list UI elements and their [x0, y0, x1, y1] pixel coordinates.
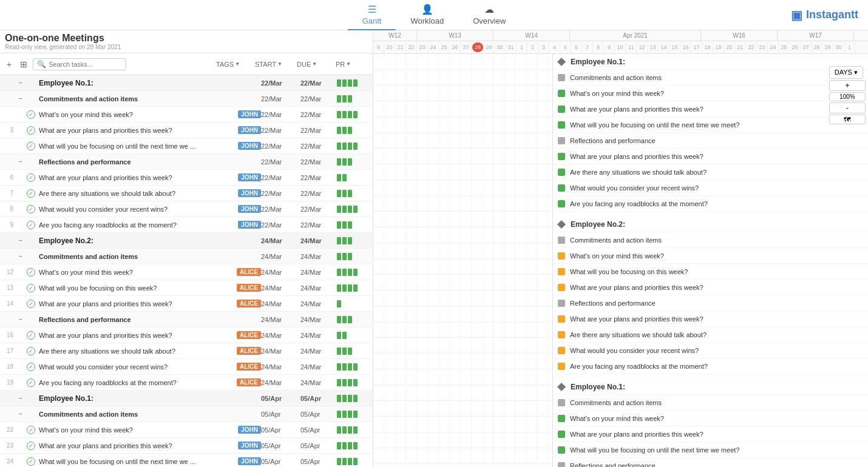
task-checkbox[interactable]: ✓ — [25, 189, 36, 198]
due-label: DUE — [297, 61, 311, 68]
due-date: 22/Mar — [300, 206, 337, 213]
gantt-cell — [504, 54, 515, 70]
expand-toggle[interactable]: − — [16, 395, 25, 401]
task-checkbox[interactable]: ✓ — [25, 363, 36, 371]
gantt-cell — [493, 117, 504, 133]
list-item[interactable]: 23✓What are your plans and priorities th… — [0, 438, 373, 454]
list-item[interactable]: −Employee No.2:24/Mar24/Mar — [0, 233, 373, 249]
expand-toggle[interactable]: − — [16, 316, 25, 323]
list-item[interactable]: 19✓Are you facing any roadblocks at the … — [0, 375, 373, 391]
col-pr-header[interactable]: PR ▼ — [336, 61, 369, 68]
list-item[interactable]: ✓What will you be focusing on until the … — [0, 138, 373, 154]
list-item[interactable]: 22✓What's on your mind this week?JOHN05/… — [0, 422, 373, 438]
gantt-cell — [428, 117, 439, 133]
col-start-header[interactable]: START ▼ — [255, 61, 294, 68]
expand-toggle[interactable]: − — [16, 158, 25, 165]
task-name: Employee No.2: — [36, 237, 261, 245]
zoom-in-button[interactable]: + — [829, 80, 866, 91]
task-checkbox[interactable]: ✓ — [25, 457, 36, 466]
gantt-cell — [461, 227, 472, 243]
gantt-day-label: 16 — [680, 41, 691, 53]
tooltip-item: Employee No.1: — [553, 379, 868, 395]
list-item[interactable]: −Employee No.1:05/Apr05/Apr — [0, 391, 373, 406]
list-item[interactable]: 16✓What are your plans and priorities th… — [0, 328, 373, 343]
list-item[interactable]: 12✓What's on your mind this week?ALICE24… — [0, 264, 373, 280]
expand-toggle[interactable]: − — [16, 253, 25, 260]
tab-overview[interactable]: ☁ Overview — [458, 0, 520, 30]
list-item[interactable]: 24✓What will you be focusing on until th… — [0, 454, 373, 467]
gantt-cell — [515, 227, 526, 243]
list-item[interactable]: 8✓What would you consider your recent wi… — [0, 201, 373, 217]
add-button[interactable]: + — [4, 58, 15, 70]
task-checkbox[interactable]: ✓ — [25, 126, 36, 135]
task-checkbox[interactable]: ✓ — [25, 110, 36, 119]
gantt-day-label: 15 — [670, 41, 680, 53]
list-item[interactable]: 13✓What will you be focusing on this wee… — [0, 280, 373, 296]
task-checkbox[interactable]: ✓ — [25, 221, 36, 229]
gantt-cell — [537, 70, 548, 86]
task-name: Are there any situations we should talk … — [36, 190, 236, 197]
list-item[interactable]: 18✓What would you consider your recent w… — [0, 359, 373, 375]
task-checkbox[interactable]: ✓ — [25, 331, 36, 340]
color-indicator — [558, 331, 565, 338]
list-item[interactable]: ✓What's on your mind this week?JOHN22/Ma… — [0, 107, 373, 123]
list-item[interactable]: −Commitments and action items05/Apr05/Ap… — [0, 406, 373, 422]
list-item[interactable]: 14✓What are your plans and priorities th… — [0, 296, 373, 312]
expand-toggle[interactable]: − — [16, 79, 25, 86]
expand-toggle[interactable]: − — [16, 95, 25, 102]
list-item[interactable]: 9✓Are you facing any roadblocks at the m… — [0, 217, 373, 233]
search-box[interactable]: 🔍 — [33, 58, 126, 70]
expand-toggle[interactable]: − — [16, 237, 25, 244]
expand-toggle[interactable]: − — [16, 411, 25, 417]
zoom-out-button[interactable]: - — [829, 102, 866, 113]
gantt-cell — [406, 385, 417, 401]
task-checkbox[interactable]: ✓ — [25, 378, 36, 387]
gantt-cell — [450, 180, 461, 196]
gantt-cell — [395, 338, 406, 354]
task-checkbox[interactable]: ✓ — [25, 284, 36, 292]
map-button[interactable]: 🗺 — [829, 115, 866, 124]
gantt-cell — [472, 227, 483, 243]
gantt-cell — [461, 291, 472, 306]
list-item[interactable]: −Commitments and action items22/Mar22/Ma… — [0, 91, 373, 107]
milestone-icon — [557, 382, 566, 391]
task-checkbox[interactable]: ✓ — [25, 426, 36, 434]
gantt-cell — [428, 101, 439, 117]
task-checkbox[interactable]: ✓ — [25, 300, 36, 308]
col-tags-header[interactable]: TAGS ▼ — [216, 61, 253, 68]
due-date: 24/Mar — [300, 300, 337, 307]
gantt-day-label: 27 — [801, 41, 812, 53]
col-due-header[interactable]: DUE ▼ — [297, 61, 333, 68]
gantt-cell — [373, 417, 384, 432]
gantt-cell — [483, 54, 493, 70]
task-checkbox[interactable]: ✓ — [25, 442, 36, 450]
gantt-cell — [493, 385, 504, 401]
gantt-cell — [504, 86, 515, 101]
gantt-cell — [472, 196, 483, 212]
priority-dots — [337, 442, 370, 449]
task-checkbox[interactable]: ✓ — [25, 205, 36, 213]
gantt-cell — [450, 196, 461, 212]
list-item[interactable]: −Reflections and performance22/Mar22/Mar — [0, 154, 373, 170]
tab-gantt[interactable]: ☰ Gantt — [348, 0, 396, 30]
tab-workload[interactable]: 👤 Workload — [396, 0, 458, 30]
due-date: 22/Mar — [300, 111, 337, 118]
list-item[interactable]: 3✓What are your plans and priorities thi… — [0, 123, 373, 138]
gantt-cell — [526, 149, 537, 164]
days-button[interactable]: DAYS ▾ — [829, 66, 863, 79]
list-item[interactable]: −Commitments and action items24/Mar24/Ma… — [0, 249, 373, 264]
search-input[interactable] — [49, 61, 122, 68]
list-item[interactable]: −Employee No.1:22/Mar22/Mar — [0, 75, 373, 91]
grid-button[interactable]: ⊞ — [17, 58, 30, 70]
list-item[interactable]: 7✓Are there any situations we should tal… — [0, 186, 373, 201]
task-checkbox[interactable]: ✓ — [25, 142, 36, 150]
list-item[interactable]: −Reflections and performance24/Mar24/Mar — [0, 312, 373, 328]
list-item[interactable]: 6✓What are your plans and priorities thi… — [0, 170, 373, 186]
task-checkbox[interactable]: ✓ — [25, 268, 36, 277]
gantt-cell — [439, 275, 450, 291]
gantt-cell — [537, 291, 548, 306]
task-checkbox[interactable]: ✓ — [25, 173, 36, 182]
task-checkbox[interactable]: ✓ — [25, 347, 36, 355]
gantt-cell — [395, 54, 406, 70]
list-item[interactable]: 17✓Are there any situations we should ta… — [0, 343, 373, 359]
